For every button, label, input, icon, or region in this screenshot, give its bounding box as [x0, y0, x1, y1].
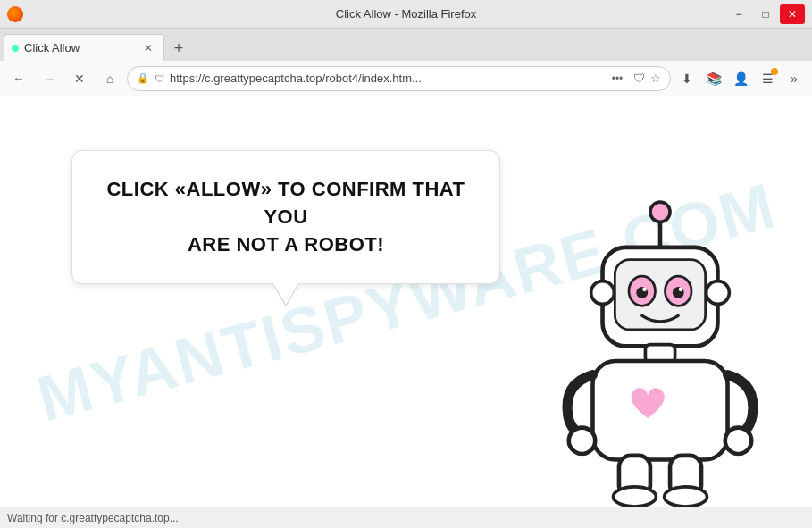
address-bar[interactable]: 🔒 🛡 https://c.greattypecaptcha.top/robot… [127, 66, 671, 91]
svg-point-14 [569, 428, 595, 454]
new-tab-button[interactable]: + [166, 36, 191, 61]
menu-warning-container: ☰ ! [755, 66, 780, 91]
toolbar-icons: ⬇ 📚 👤 ☰ ! » [674, 66, 807, 91]
window-title: Click Allow - Mozilla Firefox [336, 7, 476, 21]
home-button[interactable]: ⌂ [96, 66, 123, 91]
captcha-message: CLICK «ALLOW» TO CONFIRM THAT YOU ARE NO… [105, 176, 467, 258]
back-button[interactable]: ← [5, 66, 32, 91]
title-bar: Click Allow - Mozilla Firefox − □ ✕ [0, 0, 812, 29]
shield-indicator-icon: 🛡 [155, 73, 164, 84]
navigation-bar: ← → ✕ ⌂ 🔒 🛡 https://c.greattypecaptcha.t… [0, 61, 812, 96]
sync-button[interactable]: 👤 [728, 66, 753, 91]
svg-point-9 [679, 288, 683, 292]
svg-point-15 [725, 428, 751, 454]
tab-label: Click Allow [24, 41, 80, 54]
extensions-button[interactable]: » [782, 66, 807, 91]
title-bar-left [7, 6, 23, 22]
security-lock-icon: 🔒 [137, 72, 149, 84]
page-content: MYANTISPYWARE.COM CLICK «ALLOW» TO CONFI… [0, 96, 812, 507]
address-more-button[interactable]: ••• [607, 70, 628, 88]
library-button[interactable]: 📚 [701, 66, 726, 91]
status-text: Waiting for c.greattypecaptcha.top... [7, 512, 179, 524]
minimize-button[interactable]: − [726, 4, 751, 24]
robot-svg [508, 194, 812, 507]
close-button[interactable]: ✕ [780, 4, 805, 24]
captcha-speech-bubble: CLICK «ALLOW» TO CONFIRM THAT YOU ARE NO… [71, 150, 500, 284]
title-bar-controls: − □ ✕ [726, 4, 805, 24]
svg-point-18 [614, 487, 657, 507]
firefox-icon [7, 6, 23, 22]
svg-point-8 [642, 288, 647, 292]
svg-rect-13 [592, 361, 727, 460]
warning-badge: ! [771, 68, 778, 75]
forward-button[interactable]: → [36, 66, 63, 91]
maximize-button[interactable]: □ [753, 4, 778, 24]
tab-close-button[interactable]: ✕ [140, 40, 156, 56]
reload-stop-button[interactable]: ✕ [66, 66, 93, 91]
url-text: https://c.greattypecaptcha.top/robot4/in… [170, 71, 601, 85]
tab-bar: Click Allow ✕ + [0, 29, 812, 61]
download-button[interactable]: ⬇ [674, 66, 699, 91]
robot-character [508, 194, 812, 507]
status-bar: Waiting for c.greattypecaptcha.top... [0, 507, 812, 528]
svg-point-11 [591, 281, 615, 305]
active-tab[interactable]: Click Allow ✕ [4, 34, 164, 61]
bookmark-icon[interactable]: ☆ [650, 71, 661, 85]
tab-favicon-dot [12, 45, 19, 52]
svg-point-1 [650, 202, 670, 222]
svg-point-19 [665, 487, 707, 507]
shield-verify-icon: 🛡 [633, 71, 645, 85]
svg-point-12 [707, 281, 730, 305]
